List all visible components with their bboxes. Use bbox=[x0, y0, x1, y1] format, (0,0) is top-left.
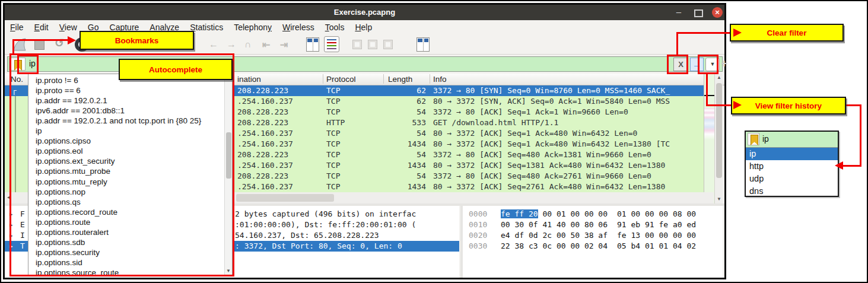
cell-length: 1434 bbox=[379, 160, 426, 171]
callout-clear-filter: Clear filter bbox=[730, 24, 844, 42]
autoscroll-icon[interactable] bbox=[306, 37, 319, 52]
menu-view[interactable]: View bbox=[54, 20, 82, 34]
packet-bytes-pane: 0000fe ff 20 00 01 00 00 0001 00 00 00 0… bbox=[463, 206, 723, 278]
close-icon[interactable]: × bbox=[712, 7, 723, 18]
zoom-in-icon[interactable] bbox=[352, 40, 362, 49]
hex-bytes-group2: 91 eb 91 fe a0 ed bbox=[617, 220, 696, 229]
details-text: 2 bytes captured (496 bits) on interfac bbox=[235, 209, 416, 220]
cell-protocol: TCP bbox=[326, 171, 340, 182]
hex-bytes[interactable]: e4 df 0d 2c 00 50 38 affe 13 00 00 00 00 bbox=[501, 230, 696, 241]
window-title: Exercise.pcapng bbox=[5, 5, 724, 20]
colorize-icon[interactable] bbox=[324, 36, 339, 52]
cell-destination: 208.228.223 bbox=[237, 107, 288, 117]
history-item[interactable]: ip bbox=[746, 148, 838, 160]
column-destination[interactable]: ination bbox=[237, 74, 261, 85]
cell-info: 80 → 3372 [ACK] Seq=1 Ack=480 Win=6432 L… bbox=[433, 128, 637, 139]
cell-destination: 208.228.223 bbox=[237, 150, 288, 160]
annotation-arrow bbox=[835, 161, 843, 170]
annotation-line bbox=[676, 32, 736, 34]
forward-icon[interactable]: → bbox=[227, 39, 236, 50]
restore-icon[interactable] bbox=[694, 9, 703, 17]
column-length[interactable]: Length bbox=[388, 74, 412, 85]
cell-info: 3372 → 80 [ACK] Seq=480 Ack=2761 Win=966… bbox=[433, 171, 651, 182]
cell-length: 533 bbox=[379, 117, 426, 128]
hex-bytes[interactable]: fe ff 20 00 01 00 00 0001 00 00 00 08 00 bbox=[501, 209, 696, 220]
annotation-arrow bbox=[68, 36, 76, 44]
vscroll-thumb[interactable] bbox=[716, 83, 722, 178]
menu-edit[interactable]: Edit bbox=[29, 20, 54, 34]
cell-protocol: TCP bbox=[326, 128, 340, 139]
resize-columns-icon[interactable] bbox=[416, 37, 430, 52]
minimize-button[interactable]: – bbox=[672, 5, 686, 20]
menu-file[interactable]: File bbox=[5, 20, 29, 34]
menu-help[interactable]: Help bbox=[349, 20, 377, 34]
last-packet-icon[interactable]: ⇥ bbox=[280, 39, 288, 50]
cell-length: 62 bbox=[379, 85, 426, 96]
history-item[interactable]: dns bbox=[746, 185, 838, 198]
menu-telephony[interactable]: Telephony bbox=[228, 20, 277, 34]
cell-protocol: TCP bbox=[326, 139, 340, 150]
goto-packet-icon[interactable]: ∩ bbox=[244, 39, 252, 50]
annotation-rect-autocomplete bbox=[9, 53, 234, 276]
hex-bytes-group2: 05 b4 01 01 04 02 bbox=[617, 241, 696, 250]
callout-bookmarks-label: Bookmarks bbox=[115, 36, 159, 45]
packet-list-minimap[interactable] bbox=[704, 74, 714, 203]
cell-destination: .254.160.237 bbox=[237, 128, 293, 139]
restart-capture-icon[interactable]: ↺ bbox=[55, 36, 64, 50]
cell-protocol: TCP bbox=[326, 85, 340, 96]
history-item[interactable]: udp bbox=[746, 173, 838, 185]
cell-destination: 208.228.223 bbox=[237, 117, 288, 128]
annotation-line bbox=[12, 39, 14, 55]
hex-offset: 0020 bbox=[469, 230, 487, 241]
annotation-arrow bbox=[733, 101, 742, 109]
scroll-down-icon[interactable]: ▼ bbox=[715, 195, 723, 203]
first-packet-icon[interactable]: ⇤ bbox=[262, 39, 270, 50]
history-filter-bar: ip bbox=[746, 132, 838, 148]
hex-offset: 0030 bbox=[469, 241, 487, 252]
cell-info: 80 → 3372 [ACK] Seq=2761 Ack=480 Win=643… bbox=[433, 182, 665, 192]
callout-view-filter-history-label: View filter history bbox=[755, 101, 822, 110]
cell-info: 80 → 3372 [SYN, ACK] Seq=0 Ack=1 Win=584… bbox=[433, 96, 670, 107]
cell-protocol: HTTP bbox=[326, 117, 345, 128]
details-text: 54.160.237, Dst: 65.208.228.223 bbox=[235, 230, 379, 241]
cell-destination: .254.160.237 bbox=[237, 182, 293, 192]
menu-wireless[interactable]: Wireless bbox=[277, 20, 320, 34]
menu-tools[interactable]: Tools bbox=[320, 20, 350, 34]
column-info[interactable]: Info bbox=[433, 74, 447, 85]
cell-destination: 208.228.223 bbox=[237, 85, 288, 96]
zoom-out-icon[interactable] bbox=[368, 40, 377, 49]
back-icon[interactable]: ← bbox=[209, 39, 218, 50]
cell-protocol: TCP bbox=[326, 96, 340, 107]
history-item[interactable]: http bbox=[746, 160, 838, 173]
hscroll-thumb[interactable] bbox=[236, 194, 334, 202]
cell-info: GET /download.html HTTP/1.1 bbox=[433, 117, 558, 128]
cell-protocol: TCP bbox=[326, 107, 340, 117]
hex-row[interactable]: 003022 38 c3 0c 00 00 02 0405 b4 01 01 0… bbox=[463, 241, 723, 252]
stop-capture-icon[interactable] bbox=[34, 40, 44, 50]
history-bookmark-button bbox=[748, 133, 759, 145]
history-filter-value: ip bbox=[762, 134, 769, 144]
hex-offset: 0000 bbox=[469, 209, 487, 220]
annotation-line bbox=[676, 32, 678, 56]
hex-bytes[interactable]: 22 38 c3 0c 00 00 02 0405 b4 01 01 04 02 bbox=[501, 241, 696, 252]
cell-info: 3372 → 80 [ACK] Seq=1 Ack=1 Win=9660 Len… bbox=[433, 107, 628, 117]
scroll-up-icon[interactable]: ▲ bbox=[715, 74, 723, 82]
packet-list-vscrollbar[interactable]: ▲ ▼ bbox=[714, 74, 723, 203]
zoom-original-icon[interactable] bbox=[383, 40, 393, 49]
annotation-rect-clear bbox=[667, 55, 688, 74]
hex-bytes[interactable]: 00 30 0f 41 40 00 80 0691 eb 91 fe a0 ed bbox=[501, 220, 696, 230]
cell-length: 54 bbox=[379, 128, 426, 139]
title-bar[interactable]: Exercise.pcapng – × bbox=[5, 5, 724, 20]
hex-selected-bytes[interactable]: fe ff 20 bbox=[501, 209, 538, 218]
column-protocol[interactable]: Protocol bbox=[326, 74, 356, 85]
hex-row[interactable]: 001000 30 0f 41 40 00 80 0691 eb 91 fe a… bbox=[463, 220, 723, 230]
add-filter-expression-icon[interactable]: + bbox=[721, 57, 727, 70]
hex-row[interactable]: 0000fe ff 20 00 01 00 00 0001 00 00 00 0… bbox=[463, 209, 723, 220]
cell-protocol: TCP bbox=[326, 160, 340, 171]
annotation-line bbox=[706, 73, 708, 106]
hex-row[interactable]: 0020e4 df 0d 2c 00 50 38 affe 13 00 00 0… bbox=[463, 230, 723, 241]
callout-bookmarks: Bookmarks bbox=[80, 31, 194, 50]
cell-length: 1434 bbox=[379, 182, 426, 192]
hex-bytes-group2: fe 13 00 00 00 00 bbox=[617, 231, 696, 240]
annotation-line bbox=[12, 39, 68, 41]
